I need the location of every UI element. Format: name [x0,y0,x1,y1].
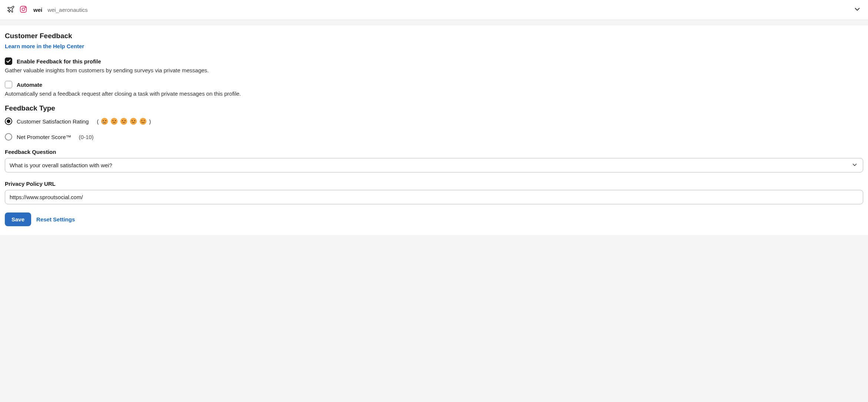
enable-feedback-help: Gather valuable insights from customers … [5,67,863,73]
svg-point-7 [111,118,117,125]
happy-face-icon [139,118,147,125]
enable-feedback-checkbox[interactable] [5,57,12,65]
section-title: Customer Feedback [5,32,863,40]
automate-label: Automate [17,82,42,88]
enable-feedback-label: Enable Feedback for this profile [17,58,101,65]
reset-settings-button[interactable]: Reset Settings [36,216,75,223]
chevron-down-icon[interactable] [853,5,861,14]
csat-radio-row[interactable]: Customer Satisfaction Rating ( ) [5,118,863,125]
feedback-question-label: Feedback Question [5,149,863,155]
svg-point-6 [103,121,103,123]
csat-radio-label: Customer Satisfaction Rating [17,118,89,125]
profile-name: wei [33,7,42,13]
svg-point-11 [122,120,123,121]
svg-point-5 [105,120,106,121]
nps-radio[interactable] [5,133,12,141]
settings-panel: Customer Feedback Learn more in the Help… [0,25,868,235]
profile-header[interactable]: wei wei_aeronautics [0,0,868,20]
nps-suffix: (0-10) [79,134,94,140]
svg-point-12 [125,120,126,121]
automate-help: Automatically send a feedback request af… [5,90,863,97]
feedback-question-value: What is your overall satisfaction with w… [5,158,863,172]
save-button[interactable]: Save [5,212,31,226]
feedback-question-select[interactable]: What is your overall satisfaction with w… [5,158,863,172]
slight-smile-face-icon [130,118,137,125]
sad-face-icon [110,118,118,125]
profile-handle: wei_aeronautics [47,7,87,13]
nps-radio-label: Net Promoter Score™ [17,134,72,140]
svg-point-16 [134,120,135,121]
learn-more-link[interactable]: Learn more in the Help Center [5,43,84,49]
svg-point-3 [101,118,108,125]
neutral-face-icon [120,118,127,125]
svg-point-2 [25,7,26,8]
svg-point-15 [132,120,133,121]
enable-feedback-row[interactable]: Enable Feedback for this profile [5,57,863,65]
csat-emoji-scale: ( ) [97,118,151,125]
feedback-type-title: Feedback Type [5,104,863,112]
automate-checkbox[interactable] [5,81,12,88]
csat-radio[interactable] [5,118,12,125]
svg-point-4 [103,120,104,121]
svg-point-10 [120,118,127,125]
svg-point-1 [22,8,24,10]
instagram-icon [19,5,27,14]
svg-point-17 [140,118,146,125]
nps-radio-row[interactable]: Net Promoter Score™ (0-10) [5,133,863,141]
airplane-icon [7,5,15,14]
svg-point-8 [113,120,114,121]
automate-row[interactable]: Automate [5,81,863,88]
svg-point-9 [115,120,116,121]
action-buttons: Save Reset Settings [5,212,863,226]
privacy-url-label: Privacy Policy URL [5,181,863,187]
privacy-url-input[interactable] [5,190,863,204]
svg-point-14 [130,118,137,125]
crying-face-icon [101,118,108,125]
